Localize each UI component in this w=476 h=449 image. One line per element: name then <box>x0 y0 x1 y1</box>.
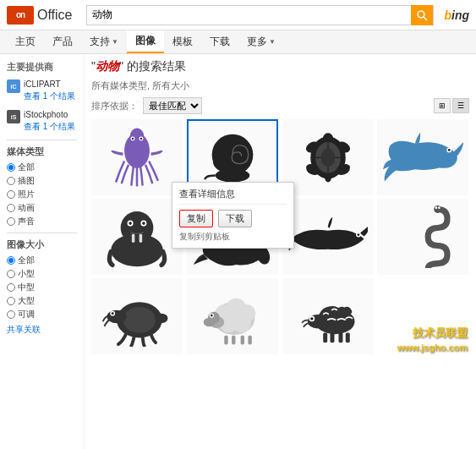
svg-point-40 <box>123 307 156 333</box>
provider-istock: iS iStockphoto 查看 1 个结果 <box>7 109 77 133</box>
media-type-illustration[interactable]: 插图 <box>7 175 77 187</box>
squid-image <box>103 126 171 189</box>
istock-name: iStockphoto <box>24 109 75 121</box>
image-popup: 查看详细信息 复制 下载 复制到剪贴板 <box>172 182 294 249</box>
nav-home[interactable]: 主页 <box>7 31 44 52</box>
iclipart-link[interactable]: 查看 1 个结果 <box>24 91 75 101</box>
svg-point-36 <box>434 205 441 213</box>
grid-view-button[interactable]: ⊞ <box>434 98 451 113</box>
chevron-down-icon: ▼ <box>269 38 276 46</box>
view-toggle: ⊞ ☰ <box>434 98 469 113</box>
svg-point-43 <box>112 312 114 315</box>
image-grid: 查看详细信息 复制 下载 复制到剪贴板 技术员联盟 www.jsgho.com <box>91 119 469 354</box>
svg-point-35 <box>357 233 359 236</box>
media-type-animation[interactable]: 动画 <box>7 202 77 214</box>
content-area: 主要提供商 iC iCLIPART 查看 1 个结果 iS iStockphot… <box>0 54 476 449</box>
search-result-title: "动物" 的搜索结果 <box>91 59 469 74</box>
svg-point-28 <box>142 222 145 225</box>
sheep-image <box>197 285 267 348</box>
search-icon <box>416 9 428 21</box>
download-button[interactable]: 下载 <box>218 210 252 227</box>
svg-point-54 <box>211 314 213 316</box>
media-type-sound[interactable]: 声音 <box>7 216 77 227</box>
svg-rect-66 <box>338 332 342 342</box>
media-type-photo[interactable]: 照片 <box>7 189 77 200</box>
search-box <box>86 5 435 25</box>
svg-rect-67 <box>345 332 349 342</box>
size-all[interactable]: 全部 <box>7 255 77 266</box>
media-type-title: 媒体类型 <box>7 145 77 158</box>
size-medium[interactable]: 中型 <box>7 282 77 293</box>
istock-info: iStockphoto 查看 1 个结果 <box>24 109 75 133</box>
iclipart-name: iCLIPART <box>24 79 75 90</box>
svg-point-24 <box>121 211 154 244</box>
search-keyword: 动物 <box>96 59 119 73</box>
copy-button[interactable]: 复制 <box>179 210 213 227</box>
main-content: "动物" 的搜索结果 所有媒体类型, 所有大小 排序依据： 最佳匹配 ⊞ ☰ <box>85 54 476 449</box>
svg-point-38 <box>438 206 440 209</box>
svg-point-6 <box>132 137 134 139</box>
svg-rect-29 <box>132 233 135 243</box>
svg-point-10 <box>213 156 217 161</box>
nav-download[interactable]: 下载 <box>201 31 238 52</box>
nav-more[interactable]: 更多 ▼ <box>238 31 284 52</box>
svg-point-7 <box>140 137 142 139</box>
list-view-button[interactable]: ☰ <box>452 98 469 113</box>
quote-close: " 的搜索结果 <box>119 59 186 73</box>
snake-image <box>394 205 451 269</box>
nav-images[interactable]: 图像 <box>127 30 164 53</box>
image-cell-squid[interactable] <box>91 119 183 195</box>
popup-buttons: 复制 下载 <box>179 210 287 227</box>
image-cell-dolphin[interactable] <box>282 199 374 275</box>
image-cell-sheep[interactable] <box>187 278 278 354</box>
svg-rect-58 <box>249 335 252 344</box>
image-cell-turtle-side[interactable] <box>91 278 183 354</box>
nav-product[interactable]: 产品 <box>44 31 81 52</box>
svg-point-11 <box>217 156 221 159</box>
filter-text: 所有媒体类型, 所有大小 <box>91 79 189 92</box>
size-adjustable[interactable]: 可调 <box>7 309 77 320</box>
zebra-image <box>291 285 365 348</box>
image-cell-turtle-top[interactable] <box>282 119 374 195</box>
turtle-side-image <box>100 286 174 347</box>
sort-label: 排序依据： <box>91 100 138 112</box>
svg-point-41 <box>107 310 126 323</box>
nav-templates[interactable]: 模板 <box>164 31 201 52</box>
filter-bar: 所有媒体类型, 所有大小 <box>91 79 469 92</box>
size-large[interactable]: 大型 <box>7 295 77 307</box>
size-filter: 全部 小型 中型 大型 可调 <box>7 255 77 320</box>
watermark: 技术员联盟 www.jsgho.com <box>397 326 468 354</box>
popup-subtitle: 复制到剪贴板 <box>179 231 287 243</box>
media-type-filter: 全部 插图 照片 动画 声音 <box>7 162 77 227</box>
logo-icon: on <box>7 6 34 25</box>
svg-point-44 <box>155 314 167 324</box>
office-logo: on Office <box>7 6 73 25</box>
istock-icon: iS <box>7 110 20 123</box>
sort-select[interactable]: 最佳匹配 <box>143 97 202 114</box>
nav-support[interactable]: 支持 ▼ <box>81 31 127 52</box>
image-cell-zebra[interactable] <box>282 278 374 354</box>
more-link[interactable]: 共享关联 <box>7 324 77 336</box>
size-small[interactable]: 小型 <box>7 268 77 280</box>
search-button[interactable] <box>411 5 433 25</box>
search-input[interactable] <box>87 8 412 23</box>
header: on Office bing <box>0 0 476 30</box>
walrus-image <box>100 205 174 269</box>
chevron-down-icon: ▼ <box>112 38 118 46</box>
divider-1 <box>7 140 77 140</box>
image-cell-walrus[interactable] <box>91 199 183 275</box>
image-cell-snake[interactable] <box>377 199 468 275</box>
istock-link[interactable]: 查看 1 个结果 <box>24 122 75 131</box>
svg-point-3 <box>130 128 145 145</box>
iclipart-info: iCLIPART 查看 1 个结果 <box>24 79 75 102</box>
svg-point-9 <box>215 169 249 183</box>
image-cell-whale[interactable] <box>377 119 468 195</box>
svg-rect-65 <box>330 332 334 342</box>
snail-image <box>195 126 270 188</box>
svg-point-50 <box>233 315 251 332</box>
media-type-all[interactable]: 全部 <box>7 162 77 173</box>
svg-point-59 <box>204 317 216 326</box>
svg-point-0 <box>418 11 424 18</box>
svg-line-1 <box>424 17 427 20</box>
svg-point-20 <box>320 148 335 167</box>
